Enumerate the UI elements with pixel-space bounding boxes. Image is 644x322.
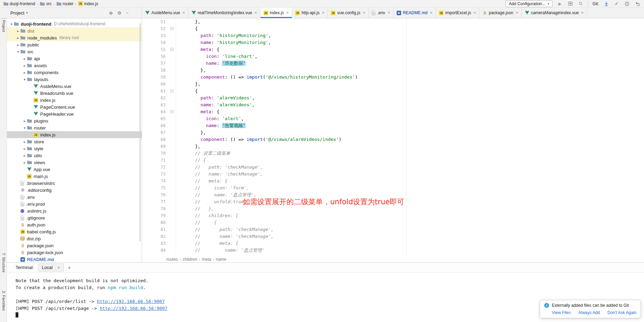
tree-item-index-js[interactable]: JSindex.js xyxy=(7,131,142,138)
tab-cameramanage-index-vue[interactable]: cameraManage\index.vue× xyxy=(522,8,587,18)
code-line[interactable]: 63 name: 'alarmVideos', xyxy=(142,101,644,108)
close-icon[interactable]: × xyxy=(322,11,324,15)
tree-item-style[interactable]: ▸style xyxy=(7,145,142,152)
chevron-down-icon[interactable]: ▾ xyxy=(16,50,20,54)
code-line[interactable]: 79 // children: [ xyxy=(142,212,644,219)
tab-readme-md[interactable]: MREADME.md× xyxy=(394,8,436,18)
tab-package-json[interactable]: {}package.json× xyxy=(479,8,522,18)
code-line[interactable]: 59 component: () => import('@/views/hist… xyxy=(142,74,644,81)
tree-item-env-prod[interactable]: .env.prod xyxy=(7,200,142,207)
code-line[interactable]: 58 }, xyxy=(142,67,644,74)
tree-item-app-vue[interactable]: App.vue xyxy=(7,166,142,173)
chevron-right-icon[interactable]: ▸ xyxy=(22,154,27,158)
tree-item-readme-md[interactable]: MREADME.md xyxy=(7,256,142,262)
code-line[interactable]: 61− { xyxy=(142,88,644,95)
fold-icon[interactable]: − xyxy=(170,27,174,30)
tree-item-src[interactable]: ▾src xyxy=(7,48,142,55)
code-line[interactable]: 57 name: '历史数据' xyxy=(142,60,644,67)
tree-item-layouts[interactable]: ▾layouts xyxy=(7,76,142,83)
code-line[interactable]: 55− meta: { xyxy=(142,46,644,53)
chevron-right-icon[interactable]: ▸ xyxy=(22,57,27,61)
chevron-down-icon[interactable]: ▾ xyxy=(22,126,27,130)
close-icon[interactable]: × xyxy=(183,11,185,15)
coverage-icon[interactable] xyxy=(567,1,573,7)
add-configuration-button[interactable]: Add Configuration... ▾ xyxy=(505,0,553,7)
tree-item-package-json[interactable]: {}package.json xyxy=(7,242,142,249)
tree-item-babel-config-js[interactable]: JSbabel.config.js xyxy=(7,228,142,235)
fold-icon[interactable]: − xyxy=(170,48,174,51)
tree-item-plugins[interactable]: ▸plugins xyxy=(7,117,142,124)
tree-item-pagecontent-vue[interactable]: PageContent.vue xyxy=(7,104,142,110)
breadcrumb-router[interactable]: router xyxy=(56,1,73,6)
notification-action-don-t-ask-again[interactable]: Don't Ask Again xyxy=(608,310,637,315)
close-icon[interactable]: × xyxy=(255,11,257,15)
tool-button-favorites[interactable]: 2: Favorites xyxy=(2,291,6,311)
close-icon[interactable]: × xyxy=(430,11,432,15)
code-line[interactable]: 82 // name: 'checkManage', xyxy=(142,233,644,240)
code-line[interactable]: 60 }, xyxy=(142,81,644,88)
code-line[interactable]: 51 }, xyxy=(142,18,644,25)
code-line[interactable]: 78 // }, xyxy=(142,205,644,212)
close-icon[interactable]: × xyxy=(516,11,518,15)
run-button[interactable]: ▶ xyxy=(557,1,563,7)
tree-item-node-modules[interactable]: ▸node_moduleslibrary root xyxy=(7,34,142,41)
terminal-cursor[interactable] xyxy=(16,312,18,317)
code-line[interactable]: 52− { xyxy=(142,25,644,32)
tree-scrollbar[interactable] xyxy=(140,23,141,241)
breadcrumb-duoji-frontend[interactable]: duoji-frontend xyxy=(3,1,35,6)
code-line[interactable]: 71 // { xyxy=(142,157,644,164)
tree-item-auth-json[interactable]: {}auth.json xyxy=(7,221,142,228)
code-line[interactable]: 68 component: () => import('@/views/alar… xyxy=(142,136,644,143)
chevron-right-icon[interactable]: ▸ xyxy=(22,161,27,164)
tree-item-package-lock-json[interactable]: {}package-lock.json xyxy=(7,249,142,256)
tab-http-api-js[interactable]: JShttp-api.js× xyxy=(292,8,328,18)
new-terminal-button[interactable]: + xyxy=(68,265,71,270)
tree-item-main-js[interactable]: JSmain.js xyxy=(7,173,142,180)
tree-item-store[interactable]: ▸store xyxy=(7,138,142,145)
git-commit-button[interactable]: ✓ xyxy=(614,1,620,7)
code-line[interactable]: 67 }, xyxy=(142,129,644,136)
chevron-right-icon[interactable]: ▸ xyxy=(22,71,27,74)
tree-item-env[interactable]: .env xyxy=(7,194,142,200)
code-line[interactable]: 54 name: 'historyMonitoring', xyxy=(142,39,644,46)
breadcrumb-index-js[interactable]: JSindex.js xyxy=(78,1,98,6)
project-view-selector[interactable]: Project ▾ xyxy=(10,10,28,16)
close-icon[interactable]: × xyxy=(363,11,365,15)
tree-item-views[interactable]: ▸views xyxy=(7,159,142,166)
tree-item-api[interactable]: ▸api xyxy=(7,55,142,62)
tree-item-index-js[interactable]: JSindex.js xyxy=(7,97,142,104)
search-icon[interactable] xyxy=(577,1,584,7)
hide-panel-button[interactable]: − xyxy=(126,10,129,16)
fold-icon[interactable]: − xyxy=(170,89,174,92)
terminal-tab-local[interactable]: Local × xyxy=(38,263,64,271)
tree-item-dist-zip[interactable]: dist.zip xyxy=(7,235,142,242)
history-button[interactable] xyxy=(624,1,630,7)
code-line[interactable]: 56 icon: 'line-chart', xyxy=(142,53,644,60)
undo-button[interactable] xyxy=(634,1,641,7)
tree-item-public[interactable]: ▸public xyxy=(7,41,142,48)
notification-action-always-add[interactable]: Always Add xyxy=(578,310,600,315)
tab-index-js[interactable]: JSindex.js× xyxy=(261,8,292,18)
tree-item-eslintrc-js[interactable]: .eslintrc.js xyxy=(7,207,142,214)
code-line[interactable]: 76 // name: '盘点管理', xyxy=(142,191,644,198)
close-icon[interactable]: × xyxy=(388,11,390,15)
code-line[interactable]: 65 icon: 'alert', xyxy=(142,115,644,122)
tab-vue-config-js[interactable]: JSvue.config.js× xyxy=(328,8,369,18)
code-line[interactable]: 73 // name: 'checkManage', xyxy=(142,171,644,178)
chevron-right-icon[interactable]: ▸ xyxy=(22,147,27,151)
git-update-button[interactable] xyxy=(603,1,609,7)
code-line[interactable]: 75 // icon: 'form', xyxy=(142,185,644,191)
code-line[interactable]: 70 // 设置二级菜单 xyxy=(142,150,644,157)
code-line[interactable]: 62 path: 'alarmVideos', xyxy=(142,95,644,101)
tool-button-structure[interactable]: 7: Structure xyxy=(2,253,6,272)
tab-realtimemonitoring-index-vue[interactable]: realTimeMonitoring\index.vue× xyxy=(188,8,261,18)
tab-importexcel-js[interactable]: JSimportExcel.js× xyxy=(436,8,479,18)
tree-item-breadcrumb-vue[interactable]: Breadcrumb.vue xyxy=(7,90,142,97)
terminal-link[interactable]: http://192.168.66.56:9007 xyxy=(97,299,165,304)
chevron-right-icon[interactable]: ▸ xyxy=(22,64,27,68)
close-icon[interactable]: × xyxy=(286,11,289,15)
close-icon[interactable]: × xyxy=(58,266,60,270)
notification-action-view-files[interactable]: View Files xyxy=(552,310,571,315)
code-line[interactable]: 53 path: 'historyMonitoring', xyxy=(142,32,644,39)
code-line[interactable]: 80 // { xyxy=(142,219,644,226)
